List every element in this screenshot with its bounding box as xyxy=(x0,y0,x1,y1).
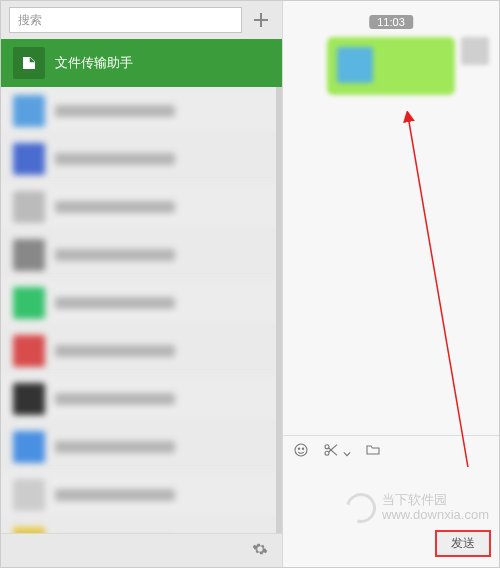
chat-item-label xyxy=(55,393,175,405)
compose-toolbar xyxy=(283,435,499,467)
avatar xyxy=(13,143,45,175)
avatar xyxy=(13,191,45,223)
chat-item-label: 文件传输助手 xyxy=(55,54,133,72)
app-root: 文件传输助手 11:03 xyxy=(0,0,500,568)
avatar xyxy=(13,479,45,511)
chat-item-label xyxy=(55,297,175,309)
folder-icon xyxy=(365,442,381,458)
left-footer xyxy=(1,533,282,567)
chat-list[interactable] xyxy=(1,87,282,533)
compose-area[interactable]: 当下软件园 www.downxia.com 发送 xyxy=(283,467,499,567)
emoji-button[interactable] xyxy=(293,442,309,461)
chat-item-label xyxy=(55,441,175,453)
right-panel: 11:03 xyxy=(283,1,499,567)
message-thumbnail xyxy=(337,47,373,83)
watermark-logo-icon xyxy=(341,488,382,529)
chat-item[interactable] xyxy=(1,279,282,327)
screenshot-button[interactable] xyxy=(323,442,351,461)
search-row xyxy=(1,1,282,39)
send-button[interactable]: 发送 xyxy=(435,530,491,557)
message-row xyxy=(327,37,489,95)
new-chat-button[interactable] xyxy=(248,7,274,33)
file-transfer-icon xyxy=(13,47,45,79)
chat-item-file-transfer[interactable]: 文件传输助手 xyxy=(1,39,282,87)
chat-item[interactable] xyxy=(1,231,282,279)
scissors-icon xyxy=(323,442,339,458)
my-avatar[interactable] xyxy=(461,37,489,65)
smiley-icon xyxy=(293,442,309,458)
svg-point-1 xyxy=(295,444,307,456)
chat-item-label xyxy=(55,249,175,261)
avatar xyxy=(13,527,45,533)
chat-item-label xyxy=(55,201,175,213)
chat-item-label xyxy=(55,345,175,357)
watermark-url: www.downxia.com xyxy=(382,508,489,523)
chat-item-label xyxy=(55,489,175,501)
svg-point-4 xyxy=(325,445,329,449)
chat-item[interactable] xyxy=(1,375,282,423)
chevron-down-icon xyxy=(343,450,351,458)
search-input[interactable] xyxy=(9,7,242,33)
avatar xyxy=(13,431,45,463)
settings-button[interactable] xyxy=(252,541,268,560)
plus-icon xyxy=(254,13,268,27)
gear-icon xyxy=(252,541,268,557)
avatar xyxy=(13,287,45,319)
avatar xyxy=(13,95,45,127)
chat-item[interactable] xyxy=(1,183,282,231)
svg-point-2 xyxy=(298,448,299,449)
chat-item[interactable] xyxy=(1,471,282,519)
svg-point-5 xyxy=(325,451,329,455)
chat-item[interactable] xyxy=(1,87,282,135)
avatar xyxy=(13,335,45,367)
svg-point-3 xyxy=(302,448,303,449)
chat-item[interactable] xyxy=(1,327,282,375)
watermark: 当下软件园 www.downxia.com xyxy=(346,493,489,523)
message-bubble[interactable] xyxy=(327,37,455,95)
chat-item-label xyxy=(55,105,175,117)
watermark-brand: 当下软件园 xyxy=(382,493,489,508)
chat-item[interactable] xyxy=(1,519,282,533)
avatar xyxy=(13,383,45,415)
timestamp-badge: 11:03 xyxy=(369,15,413,29)
chat-item-label xyxy=(55,153,175,165)
left-panel: 文件传输助手 xyxy=(1,1,283,567)
chat-item[interactable] xyxy=(1,135,282,183)
message-area: 11:03 xyxy=(283,1,499,435)
avatar xyxy=(13,239,45,271)
chat-item[interactable] xyxy=(1,423,282,471)
attach-file-button[interactable] xyxy=(365,442,381,461)
